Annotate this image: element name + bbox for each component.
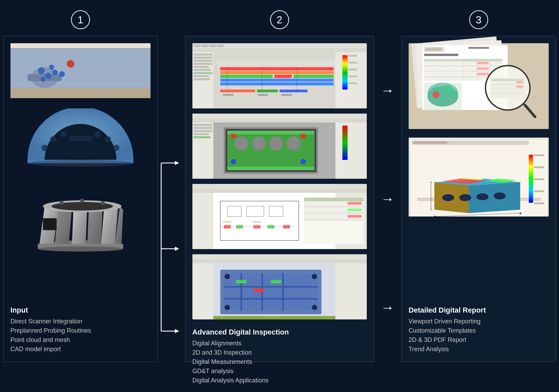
svg-rect-127 [304,205,363,208]
svg-rect-214 [529,155,533,203]
svg-rect-50 [193,63,213,65]
svg-marker-38 [175,329,179,333]
panel-1-item-4: CAD model import [10,346,150,353]
svg-rect-136 [192,254,367,259]
svg-rect-70 [220,79,334,82]
svg-rect-58 [348,55,357,57]
svg-point-6 [45,73,51,79]
svg-rect-154 [253,289,264,292]
scan-screenshot [10,43,150,98]
svg-rect-78 [223,94,233,96]
svg-rect-62 [348,82,357,84]
svg-rect-57 [342,55,347,90]
arrow-2: → [381,192,395,206]
panel-1-text: Input Direct Scanner Integration Preplan… [10,303,150,355]
svg-rect-64 [217,60,335,65]
svg-rect-142 [224,273,318,311]
svg-rect-105 [227,167,314,170]
svg-point-9 [49,65,54,70]
svg-rect-166 [468,47,489,49]
svg-rect-104 [227,131,314,134]
svg-point-99 [287,137,300,150]
svg-rect-129 [304,212,363,214]
svg-rect-82 [192,114,367,119]
svg-rect-42 [201,45,208,47]
screenshot-2 [192,114,367,179]
panel-3-item-1: Viewport Driven Reporting [409,318,549,325]
arrows-col-1-2 [158,10,185,362]
svg-rect-1 [10,43,150,48]
panel-2-item-1: Digital Alignments [192,340,367,347]
panel-3-title: Detailed Digital Report [409,306,549,314]
svg-rect-60 [348,69,357,70]
svg-rect-107 [192,184,367,189]
svg-rect-216 [534,166,544,168]
svg-rect-52 [193,69,211,71]
svg-rect-21 [68,136,92,141]
svg-rect-190 [491,79,524,81]
svg-rect-12 [10,88,150,98]
panel-2-item-5: Digital Analysis Applications [192,377,367,384]
panel-3-item-4: Trend Analysis [409,346,549,353]
svg-rect-51 [193,66,209,68]
svg-rect-133 [348,209,362,211]
svg-point-8 [41,77,46,82]
svg-marker-36 [175,247,179,251]
panel-2-text: Advanced Digital Inspection Digital Alig… [192,325,367,386]
svg-rect-80 [281,94,292,96]
svg-point-96 [234,137,248,150]
panel-1-title: Input [10,306,150,314]
svg-rect-131 [304,218,363,221]
svg-rect-192 [491,83,524,85]
svg-rect-117 [224,225,231,228]
svg-rect-159 [213,316,335,319]
svg-point-29 [101,201,105,205]
svg-rect-218 [534,191,544,192]
svg-line-200 [525,105,535,117]
panel-1: Input Direct Scanner Integration Preplan… [3,36,158,362]
panel-2-item-4: GD&T analysis [192,367,367,375]
svg-rect-194 [491,88,524,90]
svg-rect-71 [220,82,334,85]
report-3d-image [409,137,549,217]
svg-rect-66 [220,71,334,74]
svg-rect-61 [348,75,357,77]
svg-rect-120 [236,225,243,228]
svg-rect-221 [413,141,447,144]
svg-rect-69 [293,75,334,78]
panel-3-item-2: Customizable Templates [409,327,549,334]
svg-point-5 [38,67,45,74]
svg-rect-55 [193,78,210,80]
svg-rect-79 [258,94,268,96]
svg-rect-56 [335,52,367,109]
svg-rect-177 [477,73,489,75]
svg-point-103 [300,159,306,164]
svg-point-184 [427,83,458,103]
svg-point-27 [60,201,64,205]
svg-rect-88 [193,133,209,135]
panel-1-item-1: Direct Scanner Integration [10,318,150,325]
panel-3-text: Detailed Digital Report Viewport Driven … [409,303,549,355]
svg-rect-198 [516,86,523,88]
svg-rect-91 [342,126,347,160]
panel-2-item-2: 2D and 3D Inspection [192,349,367,356]
svg-marker-34 [175,161,179,165]
svg-point-18 [94,131,101,137]
svg-rect-195 [491,90,524,92]
svg-rect-53 [193,72,213,74]
blue-arc-model [10,109,150,170]
svg-point-206 [476,193,488,200]
svg-point-207 [494,192,506,199]
svg-rect-122 [223,221,232,223]
screenshot-3 [192,184,367,249]
svg-rect-54 [193,75,209,77]
screenshot-1 [192,43,367,109]
metal-housing-model [10,181,150,253]
svg-rect-48 [193,57,213,59]
svg-rect-90 [335,122,367,179]
svg-rect-176 [477,67,489,70]
panel-1-item-3: Point cloud and mesh [10,336,150,343]
svg-rect-85 [193,124,213,126]
svg-rect-152 [236,280,246,283]
panel-1-item-2: Preplanned Probing Routines [10,327,150,334]
